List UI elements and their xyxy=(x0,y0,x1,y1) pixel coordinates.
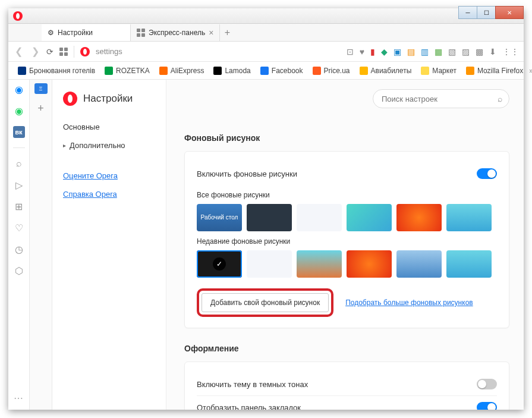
minimize-button[interactable]: ─ xyxy=(458,6,477,19)
reload-button[interactable]: ⟳ xyxy=(46,47,53,56)
ext-icon[interactable]: ▥ xyxy=(421,47,429,56)
wallpaper-thumb[interactable] xyxy=(297,204,342,231)
bookmark-label: AliExpress xyxy=(171,67,204,75)
bookmark-favicon xyxy=(213,67,222,75)
ext-icon[interactable]: ▨ xyxy=(462,47,470,56)
nav-help-opera[interactable]: Справка Opera xyxy=(52,185,166,203)
tab-close-icon[interactable]: × xyxy=(209,28,213,37)
bookmark-favicon xyxy=(105,67,113,75)
close-button[interactable]: ✕ xyxy=(495,6,524,19)
whatsapp-icon[interactable]: ◉ xyxy=(13,105,25,117)
bookmark-label: Price.ua xyxy=(324,67,350,75)
page-title: Настройки xyxy=(83,93,133,105)
address-field[interactable]: settings xyxy=(96,47,341,56)
back-button[interactable]: ❮ xyxy=(13,46,24,57)
new-tab-button[interactable]: + xyxy=(220,27,234,38)
send-icon[interactable]: ▷ xyxy=(13,179,25,191)
messenger-rail: ◉ ◉ вк ⌕ ▷ ⊞ ♡ ◷ ⬡ ⋯ xyxy=(8,80,30,410)
download-icon[interactable]: ⬇ xyxy=(489,47,496,56)
separator xyxy=(13,147,25,148)
opera-logo-icon xyxy=(13,11,23,21)
heart-icon[interactable]: ♥ xyxy=(360,47,364,56)
address-bar: ❮ ❯ ⟳ settings ⊡ ♥ ▮ ◆ ▣ ▤ ▥ ▦ ▧ ▨ ▩ ⬇ ⋮… xyxy=(8,42,524,62)
menu-icon[interactable]: ⋮⋮ xyxy=(502,47,519,56)
wallpaper-thumb[interactable] xyxy=(446,204,492,231)
nav-basic[interactable]: Основные xyxy=(52,118,166,136)
wallpaper-thumb[interactable] xyxy=(197,250,242,278)
wallpaper-card: Включить фоновые рисунки Все фоновые рис… xyxy=(184,151,509,328)
tab-speed-dial[interactable]: Экспресс-панель × xyxy=(131,24,220,41)
bookmark-item[interactable]: Авиабилеты xyxy=(356,65,415,77)
heart-icon[interactable]: ♡ xyxy=(13,222,25,234)
wallpaper-thumb[interactable] xyxy=(347,204,392,231)
apps-icon[interactable]: ⊞ xyxy=(13,200,25,212)
window-titlebar: ─ ☐ ✕ xyxy=(8,8,524,24)
speed-dial-button[interactable] xyxy=(59,48,68,56)
ext-icon[interactable]: ▮ xyxy=(370,47,375,56)
bookmark-label: Авиабилеты xyxy=(371,67,412,75)
workspace-badge[interactable]: Ξ xyxy=(34,83,48,94)
wallpaper-thumb[interactable]: Рабочий стол xyxy=(197,204,242,231)
recent-wallpapers-row xyxy=(197,250,497,278)
show-bookmarks-label: Отобразить панель закладок xyxy=(197,403,301,410)
add-workspace-button[interactable]: + xyxy=(37,102,44,115)
maximize-button[interactable]: ☐ xyxy=(477,6,496,19)
ext-icon[interactable]: ▧ xyxy=(448,47,456,56)
bookmark-label: Facebook xyxy=(272,67,303,75)
messenger-icon[interactable]: ◉ xyxy=(13,83,25,95)
ext-icon[interactable]: ▩ xyxy=(476,47,483,56)
dark-theme-label: Включить тему в темных тонах xyxy=(197,380,308,389)
more-wallpapers-link[interactable]: Подобрать больше фоновых рисунков xyxy=(345,298,473,307)
wallpaper-thumb[interactable] xyxy=(396,250,442,278)
tab-label: Настройки xyxy=(58,29,93,37)
wallpaper-thumb[interactable] xyxy=(396,204,442,231)
bookmark-item[interactable]: Facebook xyxy=(257,65,307,77)
opera-badge-icon xyxy=(80,47,90,56)
wallpaper-thumb[interactable] xyxy=(446,250,492,278)
bookmark-favicon xyxy=(313,67,321,75)
bookmark-item[interactable]: Бронювання готелів xyxy=(14,65,99,77)
vk-icon[interactable]: вк xyxy=(13,126,25,138)
wallpaper-thumb[interactable] xyxy=(247,250,292,278)
forward-button[interactable]: ❯ xyxy=(30,46,40,57)
bookmark-item[interactable]: Mozilla Firefox xyxy=(462,65,527,77)
add-wallpaper-button[interactable]: Добавить свой фоновый рисунок xyxy=(202,293,329,312)
highlight-annotation: Добавить свой фоновый рисунок xyxy=(197,288,333,317)
search-icon[interactable]: ⌕ xyxy=(13,158,25,169)
wallpaper-thumb[interactable] xyxy=(247,204,292,231)
cube-icon[interactable]: ⬡ xyxy=(13,265,25,276)
check-icon xyxy=(197,250,242,278)
bookmark-item[interactable]: Lamoda xyxy=(210,65,254,77)
ext-icon[interactable]: ▦ xyxy=(435,47,442,56)
nav-rate-opera[interactable]: Оцените Opera xyxy=(52,166,166,185)
tab-settings[interactable]: ⚙ Настройки xyxy=(42,24,131,41)
enable-wallpaper-toggle[interactable] xyxy=(477,168,497,179)
camera-icon[interactable]: ⊡ xyxy=(347,47,354,56)
bookmarks-overflow-button[interactable]: » xyxy=(529,67,532,75)
search-input[interactable] xyxy=(373,89,509,108)
speed-dial-icon xyxy=(137,29,145,37)
more-icon[interactable]: ⋯ xyxy=(14,392,24,404)
bookmark-label: ROZETKA xyxy=(116,67,150,75)
ext-icon[interactable]: ◆ xyxy=(381,47,388,56)
bookmark-item[interactable]: Price.ua xyxy=(309,65,354,77)
recent-wallpapers-label: Недавние фоновые рисунки xyxy=(197,237,497,246)
dark-theme-toggle[interactable] xyxy=(477,379,497,389)
bookmark-item[interactable]: Маркет xyxy=(417,65,460,77)
wallpaper-thumb[interactable] xyxy=(297,250,342,278)
wallpaper-thumb[interactable] xyxy=(347,250,392,278)
ext-icon[interactable]: ▤ xyxy=(407,47,415,56)
bookmark-item[interactable]: ROZETKA xyxy=(101,65,153,77)
history-icon[interactable]: ◷ xyxy=(13,243,25,255)
ext-icon[interactable]: ▣ xyxy=(394,47,401,56)
nav-advanced[interactable]: Дополнительно xyxy=(52,136,166,155)
show-bookmarks-toggle[interactable] xyxy=(477,402,497,410)
bookmark-label: Lamoda xyxy=(225,67,250,75)
bookmarks-bar: Бронювання готелівROZETKAAliExpressLamod… xyxy=(8,62,524,80)
bookmark-label: Бронювання готелів xyxy=(29,67,95,75)
bookmark-favicon xyxy=(466,67,474,75)
search-icon: ⌕ xyxy=(498,94,502,103)
bookmark-item[interactable]: AliExpress xyxy=(156,65,208,77)
toolbar-icons: ⊡ ♥ ▮ ◆ ▣ ▤ ▥ ▦ ▧ ▨ ▩ ⬇ ⋮⋮ xyxy=(347,47,519,56)
bookmark-favicon xyxy=(360,67,368,75)
